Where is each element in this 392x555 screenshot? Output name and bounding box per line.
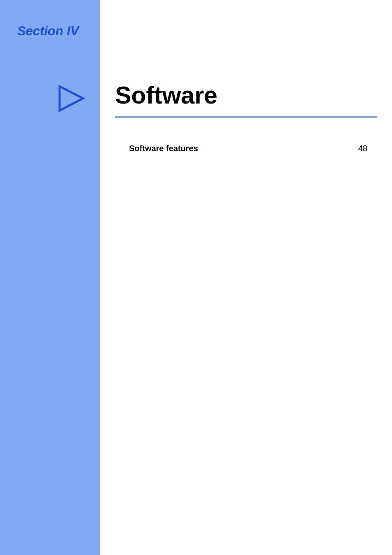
- svg-marker-0: [60, 86, 83, 111]
- section-label: Section IV: [17, 24, 79, 39]
- toc-item-page: 48: [358, 144, 367, 153]
- toc-entry: Software features 48: [129, 144, 367, 153]
- toc-item-label: Software features: [129, 144, 198, 153]
- title-underline: [115, 116, 377, 118]
- play-triangle-icon: [55, 83, 86, 115]
- page-title: Software: [115, 81, 217, 109]
